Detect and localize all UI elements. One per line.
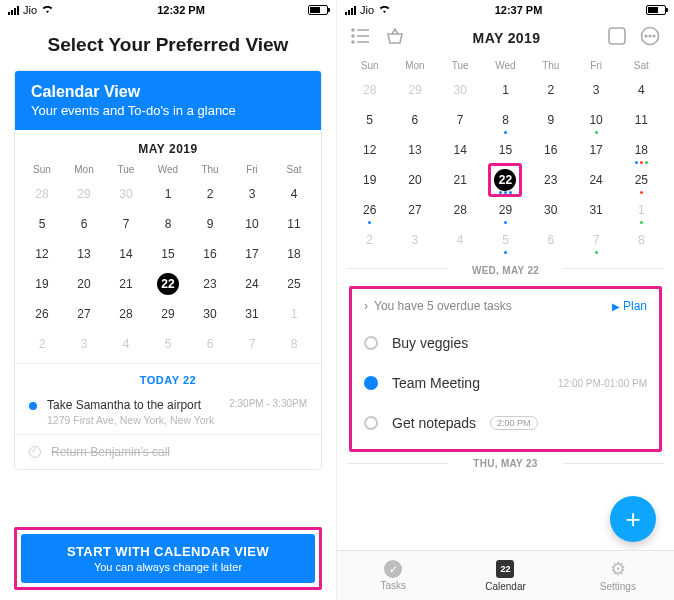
calendar-day[interactable]: 23 (189, 269, 231, 299)
calendar-day[interactable]: 19 (347, 165, 392, 195)
calendar-day[interactable]: 25 (273, 269, 315, 299)
calendar-day[interactable]: 11 (273, 209, 315, 239)
calendar-day[interactable]: 21 (438, 165, 483, 195)
calendar-day[interactable]: 6 (528, 225, 573, 255)
calendar-day[interactable]: 31 (231, 299, 273, 329)
tab-tasks[interactable]: ✓ Tasks (337, 551, 449, 600)
calendar-day[interactable]: 4 (438, 225, 483, 255)
basket-icon[interactable] (385, 27, 405, 49)
more-icon[interactable] (640, 26, 660, 50)
completed-task-row[interactable]: Return Benjamin's call (15, 434, 321, 469)
calendar-day[interactable]: 1 (147, 179, 189, 209)
calendar-day[interactable]: 1 (273, 299, 315, 329)
calendar-day[interactable]: 30 (189, 299, 231, 329)
calendar-day[interactable]: 13 (392, 135, 437, 165)
calendar-day[interactable]: 16 (189, 239, 231, 269)
calendar-day[interactable]: 17 (573, 135, 618, 165)
calendar-view-card[interactable]: Calendar View Your events and To-do's in… (14, 70, 322, 470)
calendar-day[interactable]: 3 (392, 225, 437, 255)
event-row[interactable]: Take Samantha to the airport 1279 First … (15, 394, 321, 434)
calendar-day[interactable]: 2 (189, 179, 231, 209)
overdue-summary-row[interactable]: › You have 5 overdue tasks ▶Plan (358, 297, 653, 323)
calendar-day[interactable]: 5 (21, 209, 63, 239)
calendar-day[interactable]: 22 (483, 165, 528, 195)
calendar-day[interactable]: 14 (438, 135, 483, 165)
task-circle-icon[interactable] (364, 336, 378, 350)
calendar-day[interactable]: 8 (147, 209, 189, 239)
calendar-day[interactable]: 7 (438, 105, 483, 135)
calendar-day[interactable]: 8 (273, 329, 315, 359)
calendar-day[interactable]: 2 (528, 75, 573, 105)
calendar-day[interactable]: 7 (105, 209, 147, 239)
calendar-day[interactable]: 28 (21, 179, 63, 209)
calendar-day[interactable]: 20 (392, 165, 437, 195)
calendar-day[interactable]: 2 (347, 225, 392, 255)
calendar-day[interactable]: 16 (528, 135, 573, 165)
calendar-day[interactable]: 31 (573, 195, 618, 225)
calendar-day[interactable]: 4 (273, 179, 315, 209)
calendar-day[interactable]: 26 (347, 195, 392, 225)
calendar-day[interactable]: 26 (21, 299, 63, 329)
calendar-day[interactable]: 28 (105, 299, 147, 329)
calendar-day[interactable]: 24 (573, 165, 618, 195)
calendar-day[interactable]: 5 (147, 329, 189, 359)
calendar-day[interactable]: 13 (63, 239, 105, 269)
task-circle-icon[interactable] (364, 416, 378, 430)
calendar-day[interactable]: 15 (147, 239, 189, 269)
calendar-day[interactable]: 21 (105, 269, 147, 299)
calendar-day[interactable]: 17 (231, 239, 273, 269)
today-icon[interactable] (608, 27, 626, 49)
task-row[interactable]: Team Meeting12:00 PM-01:00 PM (358, 363, 653, 403)
calendar-day[interactable]: 30 (438, 75, 483, 105)
calendar-day[interactable]: 12 (21, 239, 63, 269)
task-row[interactable]: Get notepads2:00 PM (358, 403, 653, 443)
calendar-day[interactable]: 29 (483, 195, 528, 225)
calendar-day[interactable]: 18 (273, 239, 315, 269)
calendar-day[interactable]: 12 (347, 135, 392, 165)
calendar-day[interactable]: 6 (63, 209, 105, 239)
add-fab-button[interactable]: + (610, 496, 656, 542)
calendar-day[interactable]: 6 (189, 329, 231, 359)
calendar-day[interactable]: 22 (147, 269, 189, 299)
calendar-day[interactable]: 4 (619, 75, 664, 105)
month-label[interactable]: MAY 2019 (405, 30, 608, 46)
calendar-day[interactable]: 25 (619, 165, 664, 195)
calendar-day[interactable]: 29 (392, 75, 437, 105)
calendar-day[interactable]: 29 (63, 179, 105, 209)
calendar-day[interactable]: 23 (528, 165, 573, 195)
calendar-day[interactable]: 20 (63, 269, 105, 299)
plan-button[interactable]: ▶Plan (612, 299, 647, 313)
calendar-day[interactable]: 28 (438, 195, 483, 225)
calendar-day[interactable]: 24 (231, 269, 273, 299)
calendar-day[interactable]: 10 (573, 105, 618, 135)
calendar-day[interactable]: 1 (619, 195, 664, 225)
start-calendar-view-button[interactable]: START WITH CALENDAR VIEW You can always … (21, 534, 315, 583)
calendar-day[interactable]: 27 (392, 195, 437, 225)
calendar-day[interactable]: 30 (105, 179, 147, 209)
calendar-day[interactable]: 7 (231, 329, 273, 359)
calendar-day[interactable]: 3 (573, 75, 618, 105)
calendar-day[interactable]: 30 (528, 195, 573, 225)
calendar-day[interactable]: 8 (619, 225, 664, 255)
calendar-day[interactable]: 28 (347, 75, 392, 105)
calendar-day[interactable]: 3 (63, 329, 105, 359)
task-row[interactable]: Buy veggies (358, 323, 653, 363)
tab-settings[interactable]: ⚙ Settings (562, 551, 674, 600)
calendar-day[interactable]: 1 (483, 75, 528, 105)
calendar-day[interactable]: 14 (105, 239, 147, 269)
calendar-day[interactable]: 9 (189, 209, 231, 239)
tab-calendar[interactable]: 22 Calendar (449, 551, 561, 600)
list-icon[interactable] (351, 28, 371, 48)
calendar-day[interactable]: 11 (619, 105, 664, 135)
calendar-day[interactable]: 18 (619, 135, 664, 165)
calendar-day[interactable]: 6 (392, 105, 437, 135)
calendar-day[interactable]: 5 (347, 105, 392, 135)
calendar-day[interactable]: 9 (528, 105, 573, 135)
calendar-day[interactable]: 29 (147, 299, 189, 329)
calendar-day[interactable]: 19 (21, 269, 63, 299)
calendar-day[interactable]: 5 (483, 225, 528, 255)
calendar-day[interactable]: 8 (483, 105, 528, 135)
task-circle-icon[interactable] (364, 376, 378, 390)
calendar-day[interactable]: 2 (21, 329, 63, 359)
calendar-day[interactable]: 27 (63, 299, 105, 329)
